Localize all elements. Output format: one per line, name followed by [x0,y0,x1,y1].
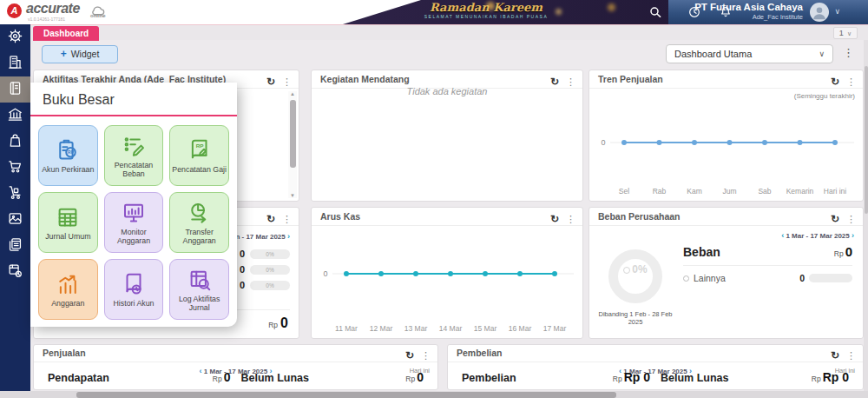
dashboard-menu-icon[interactable]: ⋮ [843,46,854,59]
sidebar-item-cash-bank[interactable] [0,103,30,129]
percent-badge: 0% [250,265,290,275]
widget-penjualan: Penjualan ↻⋮ ‹ 1 Mar - 17 Mar 2025 › Har… [33,344,438,390]
documents-icon [7,236,23,256]
sidebar-item-sales[interactable] [0,155,30,181]
refresh-icon[interactable]: ↻ [266,76,275,88]
brand-name: accurate [26,1,80,17]
refresh-icon[interactable]: ↻ [266,213,275,225]
sidebar-item-buku-besar[interactable] [0,76,30,103]
tile-akun-perkiraan[interactable]: RPAkun Perkiraan [38,125,98,186]
widget-menu-icon[interactable]: ⋮ [421,350,431,361]
legend-bullet-icon [683,275,689,282]
trolley-icon [7,184,23,204]
percent-ring-icon [623,267,630,274]
sidebar-item-fixed-assets[interactable] [0,207,30,233]
tile-monitor-anggaran[interactable]: Monitor Anggaran [104,192,164,253]
sidebar-item-company[interactable] [0,50,30,76]
logo-area: A accurate v1.0.14261-177181 online [0,0,434,24]
account-chevron-down-icon[interactable]: ∨ [834,7,840,16]
widget-menu-icon[interactable]: ⋮ [846,76,856,87]
plus-icon: + [61,48,67,60]
svg-text:Jum: Jum [722,187,736,196]
banner-moon-icon [608,3,615,11]
widget-menu-icon[interactable]: ⋮ [282,76,292,87]
svg-text:Sel: Sel [619,187,629,196]
sidebar-item-reports[interactable] [0,233,30,259]
svg-text:14 Mar: 14 Mar [439,324,463,333]
company-block: PT Futura Asia Cahaya Ade_Fac Institute [694,2,803,21]
refresh-icon[interactable]: ↻ [550,213,559,225]
empty-state-text: Tidak ada kegiatan [312,86,582,96]
next-icon: › [852,231,854,240]
stat-belum-lunas: Belum Lunas RpRp 0 [655,369,854,385]
tile-label: Pencatatan Gaji [170,165,228,174]
book-rp-icon: RP [187,137,213,163]
avatar[interactable] [810,3,829,22]
add-widget-button[interactable]: +Widget [42,45,118,63]
scroll-up-icon[interactable]: ▲ [288,91,297,96]
donut-chart [608,249,662,303]
select-chevron-down-icon: ∨ [819,45,825,63]
svg-text:Kam: Kam [687,187,701,196]
sidebar-item-purchases[interactable] [0,129,30,155]
percent-badge: 0% [250,249,290,259]
page-number: 1 [839,29,844,37]
svg-text:0: 0 [601,138,605,147]
refresh-icon[interactable]: ↻ [831,213,839,225]
svg-text:Rab: Rab [653,187,667,196]
svg-text:16 Mar: 16 Mar [509,324,532,333]
widget-scrollbar[interactable]: ▲ ▼ [288,91,297,198]
book-clock-icon [121,271,147,297]
tile-log-aktifitas-jurnal[interactable]: Log Aktifitas Jurnal [169,259,229,320]
legend-item[interactable]: Lainnya 0 [683,273,852,283]
tile-transfer-anggaran[interactable]: Transfer Anggaran [169,192,229,253]
app: Ramadan Kareem SELAMAT MENUNAIKAN IBADAH… [0,0,868,398]
scroll-thumb[interactable] [290,100,296,168]
scroll-down-icon[interactable]: ▼ [288,193,297,198]
svg-text:0: 0 [323,269,327,278]
widget-menu-icon[interactable]: ⋮ [846,214,856,224]
sidebar-item-data-archive[interactable] [0,259,30,285]
popup-title: Buku Besar [30,83,237,115]
tile-jurnal-umum[interactable]: Jurnal Umum [38,192,98,253]
buku-besar-popup: Buku Besar RPAkun PerkiraanPencatatan Be… [30,83,237,327]
hscroll-thumb[interactable] [76,392,616,398]
disk-clock-icon [7,262,23,282]
bank-icon [7,106,23,126]
refresh-icon[interactable]: ↻ [831,76,839,88]
tile-pencatatan-gaji[interactable]: RPPencatatan Gaji [169,125,229,186]
widget-pembelian: Pembelian ↻⋮ ‹ 1 Mar - 17 Mar 2025 › Har… [447,344,864,390]
page-selector[interactable]: 1∨ [833,27,858,39]
sidebar-item-settings[interactable] [0,24,30,50]
sidebar-item-inventory[interactable] [0,181,30,207]
search-icon[interactable] [648,5,662,19]
stat-pembelian: Pembelian RpRp 0 [457,369,655,385]
widget-menu-icon[interactable]: ⋮ [846,350,856,361]
percent-badge: 0% [250,281,290,290]
refresh-icon[interactable]: ↻ [405,349,414,362]
arus-kas-chart: 011 Mar12 Mar13 Mar14 Mar15 Mar16 Mar17 … [315,229,579,335]
widget-kegiatan-mendatang: Kegiatan Mendatang ↻⋮ Tidak ada kegiatan [311,70,583,202]
widget-menu-icon[interactable]: ⋮ [282,214,292,224]
date-range[interactable]: ‹ 1 Mar - 17 Mar 2025 › [781,231,854,240]
vscroll-thumb[interactable] [865,66,868,214]
vertical-scrollbar[interactable] [864,40,868,391]
widget-menu-icon[interactable]: ⋮ [566,214,575,224]
account-area: PT Futura Asia Cahaya Ade_Fac Institute … [668,0,868,24]
tile-histori-akun[interactable]: Histori Akun [104,259,164,320]
prev-icon: ‹ [781,231,784,240]
refresh-icon[interactable]: ↻ [831,349,839,362]
summary-total: Rp0 [268,315,288,331]
tile-pencatatan-beban[interactable]: Pencatatan Beban [104,125,164,186]
svg-text:17 Mar: 17 Mar [543,324,567,333]
svg-text:15 Mar: 15 Mar [474,324,497,333]
widget-title: Arus Kas [320,211,360,222]
tile-label: Log Aktifitas Jurnal [170,295,228,313]
tile-anggaran[interactable]: Anggaran [38,259,98,320]
tab-dashboard[interactable]: Dashboard [33,26,99,41]
tren-penjualan-chart: 0SelRabKamJumSabKemarinHari ini [593,103,859,198]
horizontal-scrollbar[interactable] [0,391,868,398]
dashboard-select[interactable]: Dashboard Utama∨ [666,44,833,63]
page-chevron-down-icon: ∨ [847,30,852,36]
widget-beban-perusahaan: Beban Perusahaan ↻⋮ ‹ 1 Mar - 17 Mar 202… [589,207,864,339]
